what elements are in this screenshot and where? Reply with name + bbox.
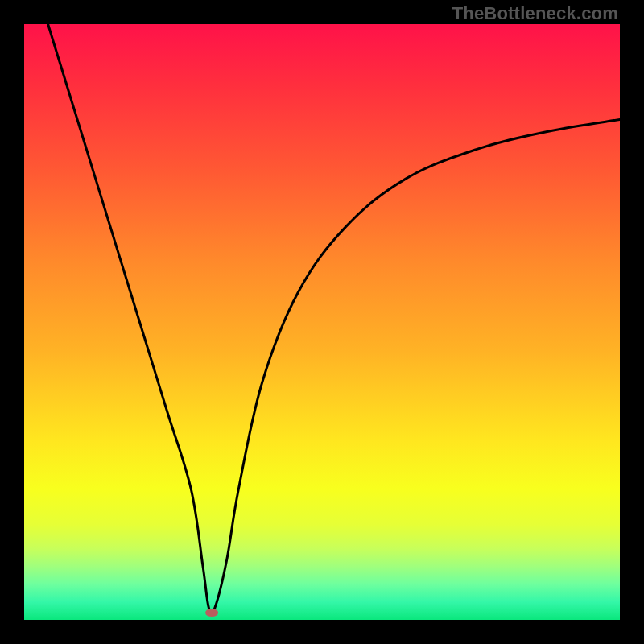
watermark-text: TheBottleneck.com bbox=[452, 3, 618, 24]
curve-layer bbox=[24, 24, 620, 620]
plot-area bbox=[24, 24, 620, 620]
chart-frame: TheBottleneck.com bbox=[0, 0, 644, 644]
curve-line bbox=[48, 24, 620, 614]
min-marker bbox=[205, 609, 218, 617]
